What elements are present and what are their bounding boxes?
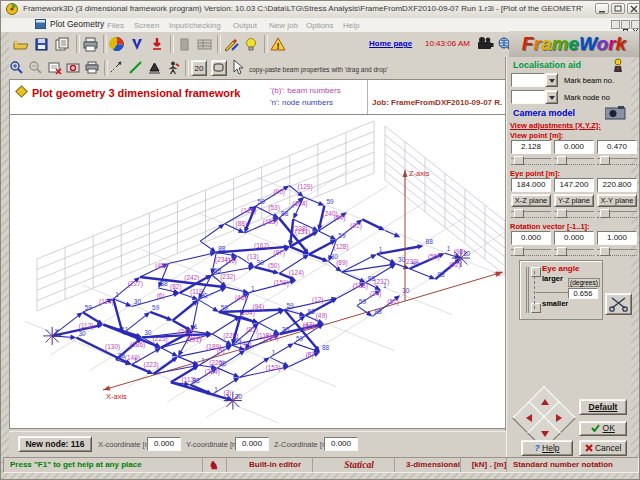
menu-screen[interactable]: Screen: [134, 21, 159, 30]
eye-angle-value-field[interactable]: 0.656: [568, 288, 598, 299]
status-help-text: Press "F1" to get help at any place: [4, 458, 142, 472]
print-button[interactable]: [81, 35, 102, 56]
svg-text:(167): (167): [254, 242, 269, 250]
mark-beam-combo[interactable]: [511, 73, 558, 87]
y-coordinate-field[interactable]: 0.000: [235, 437, 269, 451]
eye-point-x-field[interactable]: 184.000: [511, 178, 551, 192]
chevron-down-icon[interactable]: [545, 90, 558, 104]
snapshot-button[interactable]: [66, 60, 82, 76]
svg-text:30: 30: [463, 250, 471, 257]
camera-projector-icon[interactable]: [477, 36, 494, 52]
ok-button[interactable]: OK: [579, 421, 627, 436]
svg-text:(191): (191): [186, 336, 201, 344]
view-point-y-field[interactable]: 0.000: [554, 140, 594, 154]
svg-text:(50): (50): [268, 262, 280, 270]
svg-text:59: 59: [221, 304, 229, 311]
print-view-button[interactable]: [85, 60, 101, 76]
mark-node-combo[interactable]: [511, 90, 558, 104]
rotation-x-field[interactable]: 0.000: [511, 231, 551, 245]
z-coordinate-field[interactable]: 0.000: [324, 437, 358, 451]
open-file-button[interactable]: [11, 35, 32, 56]
svg-text:30: 30: [235, 393, 243, 400]
rotation-y-slider[interactable]: [554, 247, 594, 259]
svg-text:(12): (12): [312, 296, 324, 304]
separator: [76, 35, 80, 53]
eye-point-y-slider[interactable]: [554, 209, 594, 221]
svg-text:30: 30: [219, 360, 227, 367]
home-page-link[interactable]: Home page: [369, 39, 412, 48]
svg-text:1: 1: [201, 357, 205, 364]
cancel-button[interactable]: Cancel: [579, 440, 627, 456]
separator: [264, 35, 268, 53]
view-point-z-field[interactable]: 0.470: [597, 140, 637, 154]
svg-text:(55): (55): [428, 253, 440, 261]
default-button[interactable]: Default: [579, 399, 627, 415]
load-figure-button[interactable]: [166, 60, 182, 76]
view-point-z-slider[interactable]: [597, 156, 637, 168]
menu-new-job[interactable]: New job: [269, 21, 298, 30]
arrow-down-red-button[interactable]: [148, 35, 169, 56]
view-point-x-field[interactable]: 2.128: [511, 140, 551, 154]
save-button[interactable]: [32, 35, 53, 56]
view-point-x-slider[interactable]: [511, 156, 551, 168]
eye-point-z-field[interactable]: 220.800: [597, 178, 637, 192]
svg-text:1: 1: [383, 282, 387, 289]
green-beam-button[interactable]: [128, 60, 144, 76]
menu-input-checking[interactable]: Input/checking: [169, 21, 221, 30]
save-as-button[interactable]: [53, 35, 74, 56]
x-coordinate-field[interactable]: 0.000: [147, 437, 181, 451]
close-button[interactable]: [627, 3, 640, 14]
rotation-x-slider[interactable]: [511, 247, 551, 259]
title-bar: Framework3D (3 dimensional framework pro…: [1, 1, 640, 19]
rotation-z-slider[interactable]: [597, 247, 637, 259]
separator: [170, 35, 174, 53]
support-cone-button[interactable]: [147, 60, 163, 76]
mdi-restore-button[interactable]: [621, 20, 630, 29]
eye-point-x-slider[interactable]: [511, 209, 551, 221]
arrow-down-blue-button[interactable]: [128, 35, 149, 56]
yz-plane-button[interactable]: Y-Z plane: [554, 194, 594, 207]
minimize-button[interactable]: [595, 3, 609, 14]
xy-plane-button[interactable]: X-Y plane: [597, 194, 637, 207]
svg-text:(82): (82): [170, 283, 182, 291]
zoom-in-button[interactable]: [9, 60, 25, 76]
rotation-y-field[interactable]: 0.000: [554, 231, 594, 245]
mdi-close-button[interactable]: [631, 20, 640, 29]
zoom-out-button[interactable]: [28, 60, 44, 76]
svg-text:(159): (159): [274, 279, 289, 287]
z-coordinate-label: Z-Coordinate [m]: [274, 440, 330, 449]
copy-view-button[interactable]: [47, 60, 63, 76]
geometry-plot-canvas[interactable]: (112)(149)(186)(223)(113)(224)(3)(114)(2…: [10, 114, 505, 428]
mdi-minimize-button[interactable]: [611, 20, 620, 29]
eye-angle-larger-label: larger: [542, 274, 563, 283]
scale-20-button[interactable]: 20: [191, 60, 207, 76]
menu-output[interactable]: Output: [233, 21, 257, 30]
beam-list-button-disabled[interactable]: [175, 35, 196, 56]
eye-point-z-slider[interactable]: [597, 209, 637, 221]
view-adjustments-label[interactable]: View adjustments [X,Y,Z]:: [510, 121, 601, 130]
eye-angle-slider[interactable]: [526, 267, 539, 313]
menu-files[interactable]: Files: [107, 21, 124, 30]
menu-help[interactable]: Help: [343, 21, 359, 30]
rotation-z-field[interactable]: 1.000: [597, 231, 637, 245]
dotted-beam-button[interactable]: [109, 60, 125, 76]
edit-draw-button[interactable]: [222, 35, 243, 56]
lightbulb-button[interactable]: [242, 35, 263, 56]
frame-window-button[interactable]: [211, 60, 227, 76]
new-node-button[interactable]: New node: 116: [18, 436, 92, 452]
table-button-disabled[interactable]: [195, 35, 216, 56]
help-button[interactable]: ? Help: [521, 440, 573, 456]
view-point-y-slider[interactable]: [554, 156, 594, 168]
maximize-button[interactable]: [611, 3, 625, 14]
color-wheel-button[interactable]: [108, 35, 129, 56]
warning-button[interactable]: !: [269, 35, 290, 56]
eye-point-y-field[interactable]: 147.200: [554, 178, 594, 192]
menu-options[interactable]: Options: [306, 21, 334, 30]
svg-text:(131): (131): [295, 228, 310, 236]
eye-angle-title: Eye angle: [542, 264, 579, 273]
cut-button[interactable]: [605, 293, 632, 315]
chevron-down-icon[interactable]: [545, 73, 558, 87]
xz-plane-button[interactable]: X-Z plane: [511, 194, 551, 207]
status-notation: Standard number notation: [506, 458, 613, 472]
svg-text:(224): (224): [205, 368, 220, 376]
